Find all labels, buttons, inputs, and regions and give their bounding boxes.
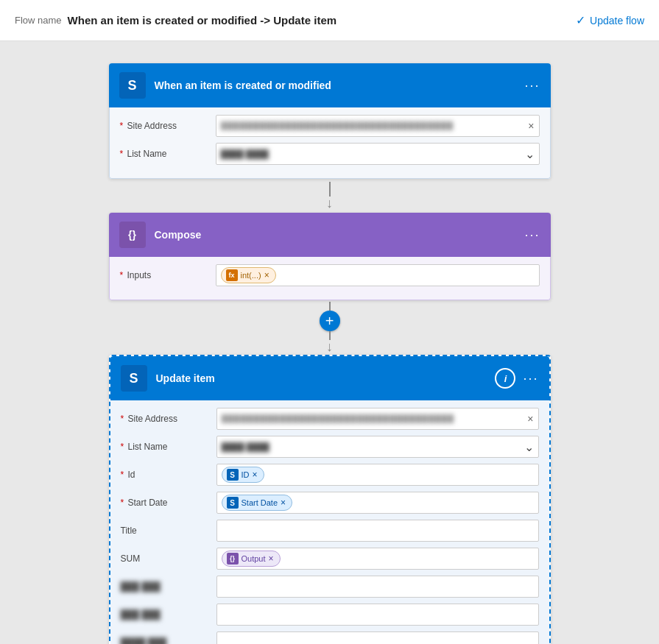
- update-start-date-label: * Start Date: [121, 498, 216, 508]
- trigger-card: S When an item is created or modified ··…: [109, 63, 551, 179]
- flow-title: When an item is created or modified -> U…: [68, 14, 337, 26]
- check-icon: ✓: [576, 13, 585, 27]
- compose-card-menu[interactable]: ···: [524, 227, 540, 243]
- trigger-card-menu[interactable]: ···: [524, 78, 540, 93]
- blurred-input-3[interactable]: [216, 631, 539, 644]
- update-list-name-label: * List Name: [121, 442, 216, 452]
- inputs-field[interactable]: fx int(...) ×: [216, 264, 540, 286]
- int-token-label: int(...): [241, 271, 261, 280]
- inputs-label: * Inputs: [120, 270, 216, 280]
- add-step-button[interactable]: +: [320, 311, 340, 331]
- list-name-input[interactable]: ████ ████ ⌄: [216, 143, 540, 165]
- update-site-address-input[interactable]: ████████████████████████████████████ ×: [216, 408, 539, 430]
- start-date-token-label: Start Date: [242, 498, 278, 507]
- update-flow-button[interactable]: ✓ Update flow: [576, 13, 644, 27]
- list-name-row: * List Name ████ ████ ⌄: [120, 143, 540, 165]
- compose-card-title: Compose: [155, 229, 525, 241]
- update-site-address-label: * Site Address: [121, 414, 216, 424]
- output-token[interactable]: {} Output ×: [222, 551, 281, 567]
- blurred-row-2: ███ ███: [121, 604, 539, 626]
- update-list-name-input[interactable]: ████ ████ ⌄: [216, 436, 539, 458]
- start-date-token[interactable]: S Start Date ×: [222, 495, 293, 511]
- update-item-title: Update item: [156, 372, 496, 384]
- update-info-button[interactable]: i: [495, 368, 515, 389]
- output-token-label: Output: [242, 554, 266, 563]
- update-list-dropdown-icon[interactable]: ⌄: [524, 440, 534, 454]
- blurred-label-3: ████ ███: [121, 637, 216, 644]
- output-token-compose-icon: {}: [227, 553, 239, 565]
- blurred-input-1[interactable]: [216, 576, 539, 598]
- update-site-value: ████████████████████████████████████: [222, 414, 525, 423]
- compose-card: {} Compose ··· * Inputs fx int(...) ×: [109, 213, 551, 300]
- list-name-label: * List Name: [120, 149, 216, 159]
- update-site-address-row: * Site Address █████████████████████████…: [121, 408, 539, 430]
- blurred-label-2: ███ ███: [121, 609, 216, 620]
- update-item-header: S Update item i ···: [110, 356, 549, 400]
- start-date-token-sp-icon: S: [227, 497, 239, 509]
- plus-line-top: [329, 302, 331, 311]
- sharepoint-icon: S: [119, 72, 146, 99]
- update-card-menu[interactable]: ···: [523, 371, 538, 386]
- update-title-row: Title: [121, 520, 539, 542]
- site-address-clear[interactable]: ×: [528, 120, 534, 132]
- connector-1: ↓: [326, 182, 333, 210]
- list-name-value: ████ ████: [221, 149, 525, 158]
- arrow-down-2: ↓: [326, 340, 333, 353]
- trigger-card-header: S When an item is created or modified ··…: [109, 63, 551, 107]
- update-title-input[interactable]: [216, 520, 539, 542]
- blurred-row-1: ███ ███: [121, 576, 539, 598]
- update-start-date-row: * Start Date S Start Date ×: [121, 492, 539, 514]
- update-card-body: * Site Address █████████████████████████…: [110, 400, 549, 644]
- blurred-row-3: ████ ███: [121, 631, 539, 644]
- flow-name-label: Flow name: [15, 15, 62, 26]
- update-start-date-input[interactable]: S Start Date ×: [216, 492, 539, 514]
- compose-card-header: {} Compose ···: [109, 213, 551, 257]
- plus-connector: + ↓: [320, 302, 340, 353]
- site-address-label: * Site Address: [120, 121, 216, 131]
- blurred-label-1: ███ ███: [121, 581, 216, 592]
- site-address-row: * Site Address █████████████████████████…: [120, 115, 540, 137]
- id-token[interactable]: S ID ×: [222, 467, 264, 483]
- header: Flow name When an item is created or mod…: [0, 0, 659, 41]
- canvas: S When an item is created or modified ··…: [0, 41, 659, 644]
- update-sp-icon: S: [121, 365, 147, 392]
- update-title-label: Title: [121, 526, 216, 536]
- update-sum-input[interactable]: {} Output ×: [216, 548, 539, 570]
- update-site-clear[interactable]: ×: [527, 413, 533, 425]
- int-token-close[interactable]: ×: [264, 270, 269, 280]
- trigger-card-body: * Site Address █████████████████████████…: [109, 107, 551, 179]
- update-id-input[interactable]: S ID ×: [216, 464, 539, 486]
- update-id-label: * Id: [121, 470, 216, 480]
- compose-token-row: fx int(...) ×: [221, 267, 535, 283]
- update-flow-label: Update flow: [590, 15, 644, 26]
- output-token-close[interactable]: ×: [269, 553, 274, 564]
- update-list-name-row: * List Name ████ ████ ⌄: [121, 436, 539, 458]
- inputs-row: * Inputs fx int(...) ×: [120, 264, 540, 286]
- fx-icon: fx: [226, 269, 238, 281]
- id-token-label: ID: [242, 470, 250, 479]
- arrow-down-1: ↓: [326, 197, 333, 210]
- update-sum-label: SUM: [121, 553, 216, 564]
- connector-line-1: [329, 182, 331, 197]
- list-name-dropdown-icon[interactable]: ⌄: [525, 147, 535, 161]
- trigger-card-title: When an item is created or modified: [155, 79, 525, 91]
- id-token-sp-icon: S: [227, 469, 239, 481]
- update-sum-row: SUM {} Output ×: [121, 548, 539, 570]
- site-address-input[interactable]: ████████████████████████████████████ ×: [216, 115, 540, 137]
- update-id-row: * Id S ID ×: [121, 464, 539, 486]
- int-token[interactable]: fx int(...) ×: [221, 267, 276, 283]
- compose-icon: {}: [119, 222, 146, 248]
- update-item-card: S Update item i ··· * Site Address █████…: [109, 355, 551, 644]
- id-token-close[interactable]: ×: [253, 470, 258, 480]
- site-address-value: ████████████████████████████████████: [221, 121, 526, 130]
- update-list-value: ████ ████: [222, 442, 524, 451]
- blurred-input-2[interactable]: [216, 604, 539, 626]
- compose-card-body: * Inputs fx int(...) ×: [109, 257, 551, 300]
- start-date-token-close[interactable]: ×: [281, 498, 286, 508]
